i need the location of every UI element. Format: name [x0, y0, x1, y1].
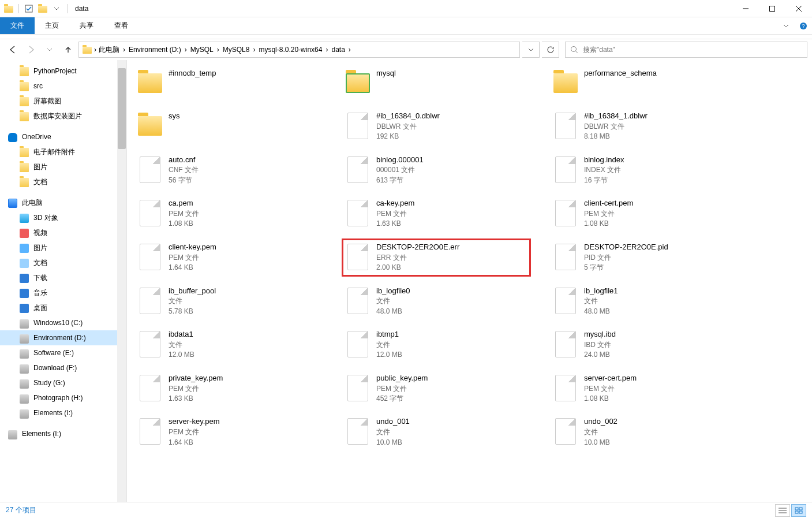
qat-checked-icon[interactable]: [23, 2, 35, 15]
tab-file[interactable]: 文件: [0, 17, 35, 34]
file-item[interactable]: undo_002文件10.0 MB: [552, 415, 736, 449]
item-name: server-cert.pem: [584, 373, 637, 384]
pc-icon: [8, 199, 17, 208]
tree-node[interactable]: OneDrive: [0, 129, 126, 144]
tree-node[interactable]: Photograph (H:): [0, 390, 126, 405]
tree-node[interactable]: Software (E:): [0, 345, 126, 360]
ribbon-expand-icon[interactable]: [777, 17, 795, 34]
tree-node[interactable]: Elements (I:): [0, 426, 126, 441]
item-name: mysql: [376, 68, 396, 79]
tree-node[interactable]: 此电脑: [0, 195, 126, 210]
tree-node[interactable]: 电子邮件附件: [0, 144, 126, 159]
tree-label: Photograph (H:): [33, 394, 83, 402]
tree-node[interactable]: Environment (D:): [0, 330, 126, 345]
file-item[interactable]: DESKTOP-2ER2O0E.pidPID 文件5 字节: [552, 241, 736, 274]
tree-node[interactable]: 音乐: [0, 285, 126, 300]
tree-node[interactable]: 图片: [0, 240, 126, 255]
item-size: 12.0 MB: [376, 350, 402, 360]
item-size: 24.0 MB: [584, 350, 616, 360]
close-button[interactable]: [785, 0, 812, 17]
breadcrumb-segment[interactable]: MySQL8: [223, 46, 250, 54]
file-item[interactable]: ca-key.pemPEM 文件1.63 KB: [344, 197, 529, 230]
tree-node[interactable]: Download (F:): [0, 360, 126, 375]
chevron-right-icon[interactable]: ›: [253, 46, 255, 54]
file-item[interactable]: ca.pemPEM 文件1.08 KB: [136, 197, 321, 230]
file-item[interactable]: undo_001文件10.0 MB: [344, 415, 529, 449]
tree-label: Elements (I:): [22, 430, 61, 438]
tree-node[interactable]: Elements (I:): [0, 405, 126, 420]
file-item[interactable]: DESKTOP-2ER2O0E.errERR 文件2.00 KB: [344, 241, 529, 274]
nav-tree[interactable]: PythonProjectsrc屏幕截图数据库安装图片OneDrive电子邮件附…: [0, 60, 127, 502]
chevron-right-icon[interactable]: ›: [185, 46, 187, 54]
file-item[interactable]: client-key.pemPEM 文件1.64 KB: [136, 241, 321, 274]
chevron-right-icon[interactable]: ›: [123, 46, 125, 54]
file-item[interactable]: ibdata1文件12.0 MB: [136, 328, 321, 362]
file-item[interactable]: private_key.pemPEM 文件1.63 KB: [136, 372, 321, 405]
file-item[interactable]: client-cert.pemPEM 文件1.08 KB: [552, 197, 736, 230]
qat-dropdown-icon[interactable]: [50, 2, 63, 15]
tree-scrollbar[interactable]: [117, 60, 126, 502]
file-item[interactable]: binlog.indexINDEX 文件16 字节: [552, 154, 736, 187]
file-item[interactable]: auto.cnfCNF 文件56 字节: [136, 154, 321, 187]
file-item[interactable]: public_key.pemPEM 文件452 字节: [344, 372, 529, 405]
file-item[interactable]: ib_buffer_pool文件5.78 KB: [136, 285, 321, 318]
tree-node[interactable]: 下载: [0, 270, 126, 285]
file-item[interactable]: binlog.000001000001 文件613 字节: [344, 154, 529, 187]
tab-share[interactable]: 共享: [69, 17, 104, 34]
folder-icon[interactable]: [36, 2, 49, 15]
forward-button[interactable]: [23, 42, 39, 58]
file-item[interactable]: mysql.ibdIBD 文件24.0 MB: [552, 328, 736, 362]
breadcrumb-bar[interactable]: › 此电脑›Environment (D:)›MySQL›MySQL8›mysq…: [78, 42, 520, 58]
item-type: 文件: [376, 296, 410, 306]
tree-node[interactable]: PythonProject: [0, 64, 126, 79]
tree-node[interactable]: 数据库安装图片: [0, 109, 126, 124]
recent-dropdown-icon[interactable]: [42, 42, 58, 58]
breadcrumb-segment[interactable]: mysql-8.0.20-winx64: [259, 46, 322, 54]
folder-item[interactable]: #innodb_temp: [136, 67, 321, 99]
address-dropdown-icon[interactable]: [522, 42, 540, 58]
chevron-right-icon[interactable]: ›: [217, 46, 219, 54]
vid-icon: [20, 229, 29, 238]
help-icon[interactable]: ?: [795, 17, 812, 34]
folder-item[interactable]: sys: [136, 110, 321, 143]
maximize-button[interactable]: [759, 0, 785, 17]
item-type: PEM 文件: [376, 384, 428, 394]
view-details-button[interactable]: [775, 504, 790, 517]
view-icons-button[interactable]: [791, 504, 806, 517]
tree-node[interactable]: 视频: [0, 225, 126, 240]
file-item[interactable]: server-cert.pemPEM 文件1.08 KB: [552, 372, 736, 405]
breadcrumb-segment[interactable]: data: [331, 46, 345, 54]
tab-view[interactable]: 查看: [104, 17, 139, 34]
tree-node[interactable]: 图片: [0, 159, 126, 174]
file-item[interactable]: server-key.pemPEM 文件1.64 KB: [136, 415, 321, 449]
file-item[interactable]: ib_logfile1文件48.0 MB: [552, 285, 736, 318]
refresh-button[interactable]: [542, 42, 559, 58]
tree-node[interactable]: 桌面: [0, 300, 126, 315]
folder-item[interactable]: mysql: [344, 67, 529, 99]
file-item[interactable]: #ib_16384_1.dblwrDBLWR 文件8.18 MB: [552, 110, 736, 143]
item-type: PEM 文件: [584, 384, 637, 394]
chevron-right-icon[interactable]: ›: [325, 46, 328, 54]
folder-item[interactable]: performance_schema: [552, 67, 736, 99]
file-item[interactable]: ibtmp1文件12.0 MB: [344, 328, 529, 362]
tab-home[interactable]: 主页: [35, 17, 69, 34]
tree-node[interactable]: 3D 对象: [0, 210, 126, 225]
back-button[interactable]: [5, 42, 21, 58]
tree-node[interactable]: 屏幕截图: [0, 94, 126, 109]
breadcrumb-segment[interactable]: Environment (D:): [129, 46, 181, 54]
up-button[interactable]: [60, 42, 76, 58]
breadcrumb-segment[interactable]: MySQL: [190, 46, 214, 54]
tree-node[interactable]: Windows10 (C:): [0, 315, 126, 330]
minimize-button[interactable]: [732, 0, 759, 17]
breadcrumb-segment[interactable]: 此电脑: [99, 45, 119, 55]
chevron-right-icon[interactable]: ›: [349, 46, 351, 54]
tree-node[interactable]: 文档: [0, 174, 126, 189]
search-box[interactable]: 搜索"data": [565, 42, 807, 58]
file-list[interactable]: #innodb_tempmysqlperformance_schemasys#i…: [127, 60, 812, 502]
file-item[interactable]: ib_logfile0文件48.0 MB: [344, 285, 529, 318]
file-item[interactable]: #ib_16384_0.dblwrDBLWR 文件192 KB: [344, 110, 529, 143]
chevron-right-icon[interactable]: ›: [94, 46, 96, 54]
tree-node[interactable]: 文档: [0, 255, 126, 270]
tree-node[interactable]: src: [0, 79, 126, 94]
tree-node[interactable]: Study (G:): [0, 375, 126, 390]
